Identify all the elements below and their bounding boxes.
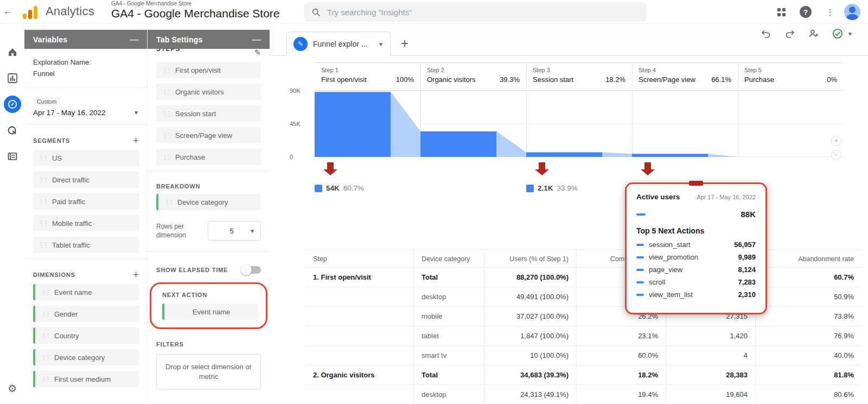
table-row[interactable]: tablet 1,847 (100.0%) 23.1% 1,420 76.9% (305, 326, 861, 346)
abandonment-legend: 2.1K 33.9% (526, 184, 578, 192)
show-elapsed-time-toggle[interactable] (242, 266, 261, 274)
rows-per-dimension-select[interactable]: 5 ▼ (208, 221, 261, 241)
next-action-label: NEXT ACTION (162, 292, 207, 298)
segment-chip[interactable]: ⋮⋮ Mobile traffic (33, 215, 139, 231)
y-axis-tick: 0 (290, 154, 311, 160)
filters-label: FILTERS (156, 341, 184, 348)
table-row[interactable]: 2. Organic visitors Total 34,683 (39.3%)… (305, 365, 861, 385)
table-row[interactable]: 1. First open/visit Total 88,270 (100.0%… (305, 268, 861, 287)
add-tab-button[interactable]: + (401, 36, 409, 51)
back-arrow-icon[interactable]: ← (3, 6, 12, 17)
property-selector[interactable]: GA4 - Google Merchandise Store GA4 - Goo… (111, 1, 280, 20)
funnel-step-header-5[interactable]: Step 5 Purchase0% (738, 63, 844, 90)
tooltip-date: Apr 17 - May 16, 2022 (697, 194, 756, 200)
abandonment-arrow-icon[interactable] (321, 162, 340, 175)
zoom-in-icon[interactable]: + (831, 136, 841, 146)
exploration-name-label: Exploration Name: (33, 56, 139, 68)
tooltip-total-value: 88K (741, 210, 756, 219)
funnel-step-header-1[interactable]: Step 1 First open/visit100% (315, 63, 420, 90)
series-dash-icon (636, 213, 646, 216)
abandonment-arrow-icon[interactable] (639, 162, 657, 175)
kebab-menu-icon[interactable]: ⋮ (826, 7, 830, 17)
search-placeholder: Try searching “Insights” (327, 8, 412, 17)
drag-handle-icon: ⋮⋮ (162, 111, 170, 116)
top-app-bar: ← Analytics GA4 - Google Merchandise Sto… (0, 0, 868, 24)
dimensions-label: DIMENSIONS (33, 272, 75, 278)
chevron-down-icon: ▼ (847, 31, 853, 37)
table-row[interactable]: mobile 37,027 (100.0%) 26.2% 27,315 73.8… (305, 307, 861, 326)
dimensions-list: ⋮⋮ Event name ⋮⋮ Gender ⋮⋮ Country ⋮⋮ De… (24, 284, 148, 387)
segment-chip[interactable]: ⋮⋮ Direct traffic (33, 172, 139, 188)
funnel-step-chip[interactable]: ⋮⋮ First open/visit (156, 62, 261, 78)
analytics-logo-icon[interactable] (23, 5, 39, 19)
funnel-step-chip[interactable]: ⋮⋮ Session start (156, 105, 261, 122)
funnel-step-header-4[interactable]: Step 4 Screen/Page view66.1% (632, 63, 738, 90)
add-segment-button[interactable]: + (133, 137, 139, 144)
undo-icon[interactable] (761, 28, 771, 39)
segment-chip[interactable]: ⋮⋮ Paid traffic (33, 193, 139, 210)
minimize-variables-icon[interactable]: — (130, 35, 139, 45)
series-dash-icon (636, 256, 644, 258)
help-icon[interactable]: ? (800, 6, 812, 18)
drag-handle-icon: ⋮⋮ (41, 289, 49, 295)
dimension-chip[interactable]: ⋮⋮ Event name (33, 284, 139, 300)
series-dash-icon (636, 244, 644, 246)
show-elapsed-time-label: SHOW ELAPSED TIME (156, 267, 228, 273)
redo-icon[interactable] (784, 28, 795, 39)
date-range-selector[interactable]: Apr 17 - May 16, 2022 ▼ (33, 109, 139, 117)
chevron-down-icon: ▼ (378, 41, 384, 47)
saved-status-button[interactable]: ▼ (832, 28, 853, 39)
segment-chip[interactable]: ⋮⋮ US (33, 150, 139, 166)
dimension-chip[interactable]: ⋮⋮ First user medium (33, 371, 139, 387)
next-action-highlight-annotation: NEXT ACTION Event name (150, 282, 267, 329)
tab-funnel-exploration[interactable]: ✎ Funnel explor ... ▼ (286, 31, 391, 56)
segment-chip[interactable]: ⋮⋮ Tablet traffic (33, 237, 139, 253)
explore-icon[interactable] (4, 96, 21, 113)
table-row[interactable]: desktop 24,313 (49.1%) 19.4% 19,604 80.6… (305, 385, 861, 404)
abandonment-arrow-icon[interactable] (533, 162, 551, 175)
tooltip-action-row: view_promotion 9,989 (636, 253, 756, 261)
funnel-step-chip[interactable]: ⋮⋮ Purchase (156, 149, 261, 165)
drag-handle-icon: ⋮⋮ (41, 311, 49, 317)
tooltip-actions-list: session_start 56,957 view_promotion 9,98… (636, 241, 756, 299)
drag-handle-icon: ⋮⋮ (39, 220, 47, 226)
breakdown-chip[interactable]: ⋮⋮ Device category (156, 194, 261, 210)
edit-steps-pencil-icon[interactable]: ✎ (254, 49, 261, 58)
rows-per-dimension-label: Rows per dimension (156, 222, 199, 239)
minimize-tab-settings-icon[interactable]: — (252, 35, 261, 45)
steps-label: STEPS (156, 49, 180, 53)
variables-panel: Variables — Exploration Name: Funnel Cus… (24, 30, 148, 404)
legend-square-icon (526, 185, 534, 192)
settings-gear-icon[interactable]: ⚙ (4, 380, 21, 397)
dimension-chip[interactable]: ⋮⋮ Country (33, 327, 139, 344)
table-row[interactable]: desktop 49,491 (100.0%) 49.1% 25,178 50.… (305, 287, 861, 307)
drag-handle-icon: ⋮⋮ (162, 89, 170, 94)
advertising-icon[interactable] (4, 122, 21, 139)
series-dash-icon (636, 269, 644, 271)
add-dimension-button[interactable]: + (133, 271, 139, 279)
next-action-chip[interactable]: Event name (162, 304, 258, 320)
dimension-chip[interactable]: ⋮⋮ Gender (33, 306, 139, 322)
dimension-chip[interactable]: ⋮⋮ Device category (33, 349, 139, 365)
funnel-step-header-3[interactable]: Step 3 Session start18.2% (526, 63, 632, 90)
table-row[interactable]: smart tv 10 (100.0%) 60.0% 4 40.0% (305, 346, 861, 365)
apps-grid-icon[interactable] (777, 8, 786, 16)
funnel-bars[interactable] (315, 91, 844, 157)
search-input[interactable]: Try searching “Insights” (304, 2, 647, 22)
drag-handle-icon: ⋮⋮ (39, 242, 47, 248)
share-users-icon[interactable] (808, 28, 819, 39)
exploration-name-value[interactable]: Funnel (33, 68, 139, 79)
funnel-step-chip[interactable]: ⋮⋮ Organic visitors (156, 84, 261, 100)
funnel-step-header-2[interactable]: Step 2 Organic visitors39.3% (420, 63, 526, 90)
date-custom-chip: Custom (33, 97, 60, 106)
filters-dropzone[interactable]: Drop or select dimension or metric (156, 354, 261, 390)
library-icon[interactable] (4, 148, 21, 165)
legend-square-icon (315, 185, 322, 192)
home-icon[interactable] (4, 43, 21, 61)
reports-icon[interactable] (4, 70, 21, 87)
funnel-step-chip[interactable]: ⋮⋮ Screen/Page view (156, 127, 261, 143)
tooltip-action-row: session_start 56,957 (636, 241, 756, 249)
avatar[interactable] (844, 4, 860, 20)
zoom-out-icon[interactable]: − (831, 150, 841, 160)
left-nav-rail: ⚙ (0, 24, 24, 404)
